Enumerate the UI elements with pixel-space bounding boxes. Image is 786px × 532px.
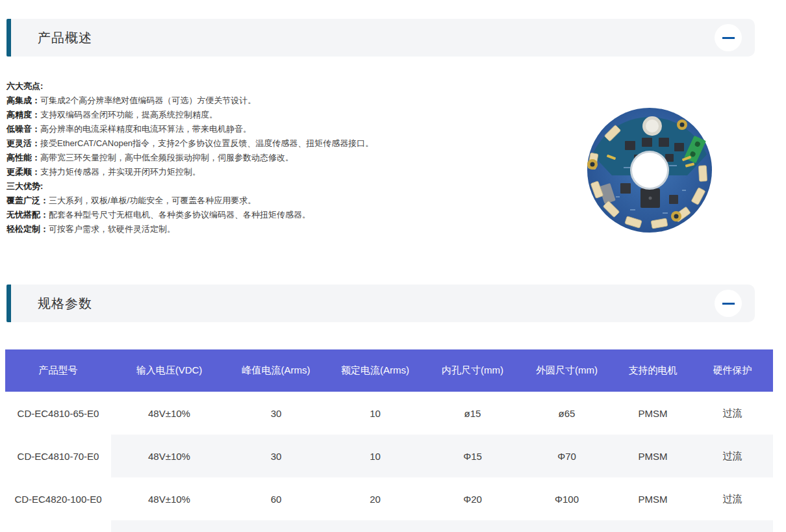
table-cell (227, 520, 325, 532)
highlight-item: 高集成：可集成2个高分辨率绝对值编码器（可选）方便关节设计。 (6, 94, 487, 108)
highlight-item: 高性能：高带宽三环矢量控制，高中低全频段振动抑制，伺服参数动态修改。 (6, 151, 487, 165)
table-cell: 过流 (692, 392, 773, 435)
table-cell: 48V±10% (111, 392, 227, 435)
section-header-specs: 规格参数 (6, 285, 755, 322)
table-cell: 30 (227, 435, 325, 477)
column-header: 产品型号 (5, 349, 111, 392)
table-cell (520, 520, 614, 532)
table-cell: 48V±10% (111, 477, 227, 520)
highlight-label: 高集成： (6, 95, 40, 105)
highlight-item: 低噪音：高分辨率的电流采样精度和电流环算法，带来电机静音。 (6, 122, 487, 136)
highlight-label: 轻松定制： (6, 224, 49, 234)
highlight-text: 可集成2个高分辨率绝对值编码器（可选）方便关节设计。 (40, 95, 256, 105)
page-title-specs: 规格参数 (38, 295, 92, 312)
table-row: CD-EC4810-65-E048V±10%3010ø15ø65PMSM过流 (5, 392, 773, 435)
highlight-text: 高带宽三环矢量控制，高中低全频段振动抑制，伺服参数动态修改。 (40, 153, 294, 162)
highlight-item: 高精度：支持双编码器全闭环功能，提高系统控制精度。 (6, 108, 487, 122)
highlight-item: 更柔顺：支持力矩传感器，并实现开闭环力矩控制。 (6, 165, 487, 179)
table-row: CD-EC4810-70-E048V±10%3010Φ15Φ70PMSM过流 (5, 435, 773, 477)
table-cell: PMSM (614, 477, 692, 520)
column-header: 输入电压(VDC) (111, 349, 227, 392)
table-cell: PMSM (614, 435, 692, 477)
specs-table-body: CD-EC4810-65-E048V±10%3010ø15ø65PMSM过流CD… (5, 392, 773, 532)
table-cell (111, 520, 227, 532)
specs-table-header-row: 产品型号输入电压(VDC)峰值电流(Arms)额定电流(Arms)内孔尺寸(mm… (5, 349, 773, 392)
page-title-overview: 产品概述 (38, 29, 92, 47)
table-cell: 60 (227, 477, 325, 520)
product-board-image (585, 105, 715, 235)
minus-icon (722, 303, 735, 305)
table-cell: 20 (325, 477, 425, 520)
highlight-item: 轻松定制：可按客户需求，软硬件灵活定制。 (6, 222, 487, 236)
highlight-text: 配套各种型号尺寸无框电机、各种类多协议编码器、各种扭矩传感器。 (49, 210, 311, 220)
highlight-text: 支持双编码器全闭环功能，提高系统控制精度。 (40, 110, 218, 120)
table-cell: ø15 (425, 392, 520, 435)
specs-table: 产品型号输入电压(VDC)峰值电流(Arms)额定电流(Arms)内孔尺寸(mm… (5, 349, 773, 532)
highlight-label: 高性能： (6, 153, 40, 162)
column-header: 支持的电机 (614, 349, 692, 392)
column-header: 内孔尺寸(mm) (425, 349, 520, 392)
table-row (5, 520, 773, 532)
table-cell: 30 (227, 392, 325, 435)
column-header: 峰值电流(Arms) (227, 349, 325, 392)
product-page: 产品概述 六大亮点:高集成：可集成2个高分辨率绝对值编码器（可选）方便关节设计。… (0, 0, 786, 532)
highlight-label: 无忧搭配： (6, 210, 49, 220)
accent-bar (6, 19, 11, 57)
table-cell (325, 520, 425, 532)
table-cell: 48V±10% (111, 435, 227, 477)
table-cell: CD-EC4820-100-E0 (5, 477, 111, 520)
highlight-label: 高精度： (6, 110, 40, 120)
highlights-list: 六大亮点:高集成：可集成2个高分辨率绝对值编码器（可选）方便关节设计。高精度：支… (6, 79, 487, 236)
pcb-illustration (585, 105, 715, 235)
table-cell: CD-EC4810-65-E0 (5, 392, 111, 435)
highlight-label: 更灵活： (6, 138, 40, 148)
table-row: CD-EC4820-100-E048V±10%6020Φ20Φ100PMSM过流 (5, 477, 773, 520)
minus-icon (722, 37, 735, 39)
highlight-group-heading: 三大优势: (6, 179, 487, 194)
table-cell: Φ70 (520, 435, 614, 477)
collapse-button-overview[interactable] (715, 24, 742, 51)
highlight-item: 覆盖广泛：三大系列，双板/单板/功能安全，可覆盖各种应用要求。 (6, 194, 487, 208)
table-cell: Φ15 (425, 435, 520, 477)
highlight-text: 高分辨率的电流采样精度和电流环算法，带来电机静音。 (40, 124, 251, 134)
table-cell: CD-EC4810-70-E0 (5, 435, 111, 477)
table-cell: 10 (325, 392, 425, 435)
highlight-label: 覆盖广泛： (6, 196, 49, 205)
highlight-text: 接受EtherCAT/CANopen指令，支持2个多协议位置反馈、温度传感器、扭… (40, 138, 374, 148)
highlight-text: 可按客户需求，软硬件灵活定制。 (49, 224, 175, 234)
table-cell: 过流 (692, 435, 773, 477)
highlight-label: 更柔顺： (6, 167, 40, 177)
table-cell: Φ20 (425, 477, 520, 520)
column-header: 外圆尺寸(mm) (520, 349, 614, 392)
table-cell: 10 (325, 435, 425, 477)
table-cell: 过流 (692, 477, 773, 520)
section-header-overview: 产品概述 (6, 19, 755, 57)
highlight-label: 低噪音： (6, 124, 40, 134)
highlight-item: 更灵活：接受EtherCAT/CANopen指令，支持2个多协议位置反馈、温度传… (6, 136, 487, 151)
table-cell: ø65 (520, 392, 614, 435)
highlight-group-heading: 六大亮点: (6, 79, 487, 94)
table-cell: Φ100 (520, 477, 614, 520)
highlight-text: 三大系列，双板/单板/功能安全，可覆盖各种应用要求。 (49, 196, 256, 205)
collapse-button-specs[interactable] (715, 290, 742, 317)
table-cell (692, 520, 773, 532)
accent-bar (6, 285, 11, 322)
table-cell (614, 520, 692, 532)
highlight-text: 支持力矩传感器，并实现开闭环力矩控制。 (40, 167, 201, 177)
table-cell: PMSM (614, 392, 692, 435)
column-header: 额定电流(Arms) (325, 349, 425, 392)
table-cell (425, 520, 520, 532)
table-cell (5, 520, 111, 532)
highlight-item: 无忧搭配：配套各种型号尺寸无框电机、各种类多协议编码器、各种扭矩传感器。 (6, 208, 487, 222)
column-header: 硬件保护 (692, 349, 773, 392)
